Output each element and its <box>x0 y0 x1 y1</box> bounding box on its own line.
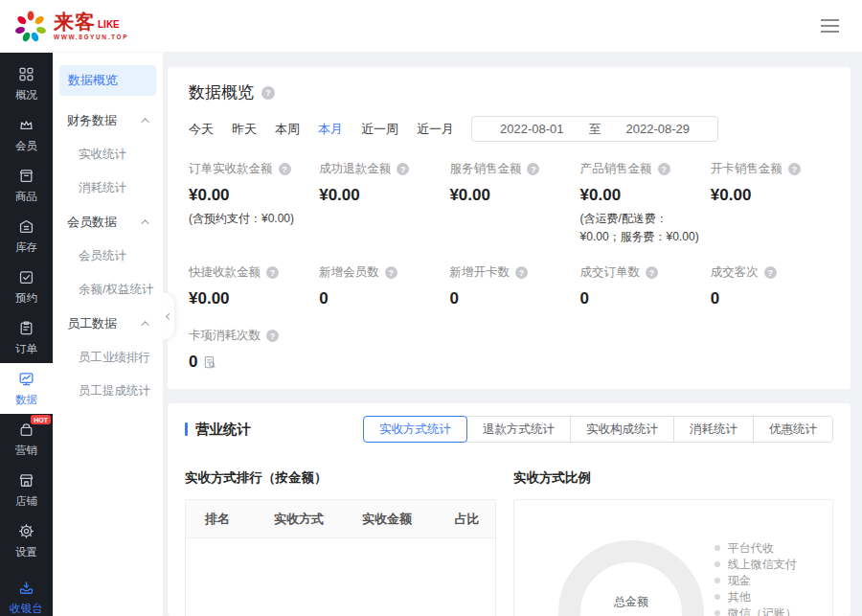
submenu-child-item[interactable]: 实收统计 <box>53 138 163 171</box>
quick-filter[interactable]: 近一月 <box>417 121 454 138</box>
date-start: 2022-08-01 <box>500 122 564 136</box>
help-icon[interactable]: ? <box>788 163 801 175</box>
submenu-group[interactable]: 员工数据 <box>53 307 163 341</box>
sidebar-item-shop[interactable]: 店铺 <box>0 465 53 515</box>
legend-item[interactable]: 其他 <box>715 591 809 603</box>
sidebar-item-overview[interactable]: 概况 <box>0 58 53 109</box>
help-icon[interactable]: ? <box>764 266 777 279</box>
submenu-child-item[interactable]: 消耗统计 <box>53 171 163 205</box>
sidebar-item-members[interactable]: 会员 <box>0 109 53 160</box>
stat-card: 快捷收款金额?¥0.00 <box>189 264 307 308</box>
business-stats-title: 营业统计 <box>195 421 251 439</box>
legend-item[interactable]: 现金 <box>715 575 809 586</box>
stat-card: 订单实收款金额?¥0.00(含预约支付：¥0.00) <box>189 161 307 228</box>
box-icon <box>18 168 34 186</box>
date-separator: 至 <box>589 121 601 138</box>
stat-note: (含预约支付：¥0.00) <box>189 210 307 228</box>
hamburger-icon[interactable] <box>817 15 843 36</box>
sidebar-item-label: 库存 <box>15 240 37 255</box>
stat-value: ¥0.00 <box>711 186 752 205</box>
help-icon[interactable]: ? <box>261 86 275 100</box>
sidebar-item-booking[interactable]: 预约 <box>0 262 53 312</box>
crown-icon <box>18 117 34 135</box>
sidebar-item-label: 营销 <box>15 444 37 458</box>
help-icon[interactable]: ? <box>397 163 409 175</box>
legend-dot-icon <box>715 578 720 583</box>
tab-3[interactable]: 实收构成统计 <box>570 416 674 443</box>
help-icon[interactable]: ? <box>515 266 528 279</box>
tab-4[interactable]: 消耗统计 <box>673 416 754 443</box>
legend-item[interactable]: 线上微信支付 <box>715 559 809 570</box>
legend-dot-icon <box>715 545 720 551</box>
help-icon[interactable]: ? <box>658 163 670 175</box>
submenu-child-item[interactable]: 余额/权益统计 <box>53 273 163 307</box>
stat-label: 卡项消耗次数 <box>189 328 261 344</box>
sidebar-collapse-handle[interactable] <box>162 292 174 340</box>
tab-1[interactable]: 实收方式统计 <box>363 416 467 443</box>
help-icon[interactable]: ? <box>279 163 291 175</box>
date-end: 2022-08-29 <box>626 122 691 136</box>
logo-subtitle: LIKE <box>98 20 120 30</box>
legend-label: 微信（记账） <box>728 607 797 616</box>
legend-item[interactable]: 微信（记账） <box>715 607 809 616</box>
sidebar-item-orders[interactable]: 订单 <box>0 312 53 363</box>
monitor-chart-icon <box>18 371 34 389</box>
quick-filter[interactable]: 本周 <box>275 121 300 138</box>
sidebar-item-data[interactable]: 数据 <box>0 363 53 414</box>
payment-ratio-title: 实收方式比例 <box>513 469 833 487</box>
stat-value: ¥0.00 <box>580 186 622 205</box>
sidebar-item-label: 设置 <box>15 545 37 559</box>
payment-rank-panel: 实收方式排行（按金额） 排名实收方式实收金额占比 暂无数据 <box>185 469 496 616</box>
chevron-left-icon <box>166 312 172 319</box>
stat-card: 服务销售金额?¥0.00 <box>449 161 568 205</box>
logo-domain: WWW.8GYUN.TOP <box>54 34 128 41</box>
legend-dot-icon <box>715 610 720 616</box>
stat-card: 成交订单数?0 <box>580 264 699 308</box>
help-icon[interactable]: ? <box>646 266 658 279</box>
sidebar-item-products[interactable]: 商品 <box>0 160 53 211</box>
logo-title: 来客 <box>54 11 96 32</box>
submenu-child-item[interactable]: 员工提成统计 <box>53 375 163 408</box>
sidebar-item-cashier[interactable]: 收银台 <box>0 572 53 616</box>
help-icon[interactable]: ? <box>266 266 279 279</box>
help-icon[interactable]: ? <box>385 266 397 279</box>
submenu-item[interactable]: 数据概览 <box>59 65 156 96</box>
gear-icon <box>18 523 34 541</box>
calendar-check-icon <box>18 269 34 287</box>
quick-filter[interactable]: 近一周 <box>361 121 398 138</box>
submenu-child-item[interactable]: 员工业绩排行 <box>53 341 163 375</box>
stat-value: ¥0.00 <box>189 289 230 308</box>
main-content: 数据概览 ? 今天昨天本周本月近一周近一月 2022-08-01 至 2022-… <box>163 53 862 616</box>
warehouse-icon <box>18 218 34 237</box>
submenu-child-item[interactable]: 会员统计 <box>53 240 163 273</box>
submenu-group[interactable]: 财务数据 <box>53 103 163 138</box>
stat-card: 产品销售金额?¥0.00(含运费/配送费：¥0.00；服务费：¥0.00) <box>580 161 699 245</box>
quick-filter[interactable]: 本月 <box>318 121 343 138</box>
app-logo: 来客 LIKE WWW.8GYUN.TOP <box>13 9 128 43</box>
submenu-group-label: 会员数据 <box>67 214 117 231</box>
quick-filter[interactable]: 今天 <box>189 121 214 138</box>
overview-card: 数据概览 ? 今天昨天本周本月近一周近一月 2022-08-01 至 2022-… <box>168 67 851 389</box>
submenu-group[interactable]: 会员数据 <box>53 205 163 240</box>
view-detail-icon[interactable] <box>203 355 216 369</box>
page-title: 数据概览 <box>189 81 254 103</box>
business-stats-tabs: 实收方式统计退款方式统计实收构成统计消耗统计优惠统计 <box>363 416 833 443</box>
legend-item[interactable]: 平台代收 <box>715 542 809 554</box>
sidebar-item-marketing[interactable]: 营销HOT <box>0 414 53 465</box>
business-stats-card: 营业统计 实收方式统计退款方式统计实收构成统计消耗统计优惠统计 实收方式排行（按… <box>168 403 851 616</box>
sidebar-item-inventory[interactable]: 库存 <box>0 211 53 262</box>
chevron-up-icon <box>141 321 148 329</box>
grid-icon <box>18 66 34 84</box>
sidebar-item-settings[interactable]: 设置 <box>0 515 53 566</box>
submenu-group-label: 财务数据 <box>67 112 117 129</box>
store-icon <box>18 472 34 491</box>
secondary-sidebar: 数据概览财务数据实收统计消耗统计会员数据会员统计余额/权益统计员工数据员工业绩排… <box>53 53 163 616</box>
quick-filter[interactable]: 昨天 <box>232 121 257 138</box>
tab-2[interactable]: 退款方式统计 <box>466 416 571 443</box>
date-range-picker[interactable]: 2022-08-01 至 2022-08-29 <box>471 116 718 142</box>
tab-5[interactable]: 优惠统计 <box>753 416 833 443</box>
help-icon[interactable]: ? <box>266 330 279 342</box>
help-icon[interactable]: ? <box>527 163 539 175</box>
stat-label: 新增会员数 <box>319 264 379 281</box>
stat-label: 开卡销售金额 <box>711 161 783 177</box>
